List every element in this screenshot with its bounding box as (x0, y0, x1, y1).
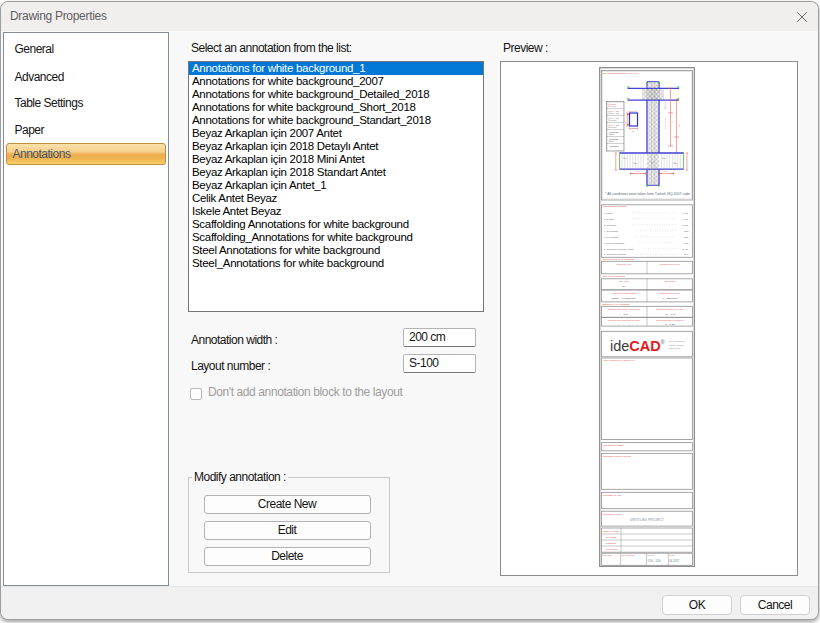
svg-text:ideCAD®: ideCAD® (610, 338, 665, 354)
svg-text:5- C.Footings: 5- C.Footings (604, 236, 619, 238)
svg-text:1/50 - 1/50: 1/50 - 1/50 (647, 559, 661, 563)
svg-text:5cm: 5cm (684, 230, 688, 232)
svg-text:ideYAPI Bilgisayar: ideYAPI Bilgisayar (669, 340, 686, 342)
svg-text:STRUCTURE PARAMETERS: STRUCTURE PARAMETERS (603, 258, 635, 261)
svg-text:04.2017: 04.2017 (669, 559, 680, 563)
svg-text:storey height: storey height (664, 117, 666, 129)
svg-text:30x50 cm: 30x50 cm (629, 110, 638, 112)
svg-text:I = 1.00: I = 1.00 (620, 313, 629, 316)
svg-text:PROJECT CONTRACTOR: PROJECT CONTRACTOR (603, 455, 632, 458)
svg-text:DATE: DATE (669, 554, 675, 556)
svg-text:SEISMIC PARAMETERS: SEISMIC PARAMETERS (603, 303, 630, 306)
svg-text:SOIL PARAMETERS: SOIL PARAMETERS (603, 275, 626, 278)
svg-text:ZGUM = 0.4q(25.GR)²: ZGUM = 0.4q(25.GR)² (612, 297, 637, 300)
svg-text:5cm: 5cm (684, 242, 688, 244)
svg-text:50 cm: 50 cm (682, 248, 688, 250)
svg-text:4Φ14 L=350: 4Φ14 L=350 (608, 124, 620, 126)
svg-text:Soil Group: Soil Group (665, 280, 677, 282)
svg-text:Bedding Coefficient: Bedding Coefficient (660, 292, 680, 294)
svg-text:Soil Type: Soil Type (619, 280, 629, 282)
svg-text:CONTROL: CONTROL (606, 542, 617, 544)
svg-text:2- Beams: 2- Beams (604, 218, 615, 220)
svg-text:Φ8/10/20: Φ8/10/20 (664, 100, 666, 109)
svg-text:5cm: 5cm (684, 236, 688, 238)
svg-text:Ao = 0.40: Ao = 0.40 (665, 313, 676, 316)
svg-text:Φ8/10/20: Φ8/10/20 (608, 105, 617, 107)
svg-text:Φ8/20: Φ8/20 (609, 140, 614, 142)
svg-text:DRAWING NO: DRAWING NO (621, 554, 635, 556)
svg-text:SCALE: SCALE (647, 554, 654, 556)
svg-text:n = 0.20: n = 0.20 (665, 323, 675, 326)
svg-text:REINFORCED CONCRETE DETAILS SC: REINFORCED CONCRETE DETAILS SCALE 1:1 (603, 72, 640, 74)
svg-text:7- Retaining Walls File Walls: 7- Retaining Walls File Walls (604, 248, 634, 250)
svg-text:ARCHITECTURAL COMPANY: ARCHITECTURAL COMPANY (603, 359, 636, 362)
svg-text:4Φ14 L=350: 4Φ14 L=350 (608, 117, 620, 119)
svg-text:1- Slabs: 1- Slabs (604, 212, 613, 214)
svg-text:Φ8 hooks: Φ8 hooks (608, 126, 617, 128)
svg-text:4Φ14 L=350: 4Φ14 L=350 (608, 110, 620, 112)
svg-text:Allowable Ground Stress: Allowable Ground Stress (611, 292, 637, 294)
svg-text:SPECIAL NOTE: SPECIAL NOTE (603, 530, 619, 532)
svg-text:DRAFTED: DRAFTED (603, 554, 613, 556)
svg-text:PROJECT OWNER: PROJECT OWNER (603, 444, 624, 447)
svg-text:Building Importance Coefficien: Building Importance Coefficient (608, 308, 640, 310)
svg-text:40 cm: 40 cm (682, 224, 688, 226)
svg-text:K = 2500 t/m³: K = 2500 t/m³ (662, 297, 677, 300)
svg-text:Effective ground acc. coeff.: Effective ground acc. coeff. (656, 308, 684, 310)
svg-text:APPROVED: APPROVED (605, 548, 618, 550)
svg-text:2Φ12 L=350: 2Φ12 L=350 (608, 112, 620, 114)
svg-text:Reinforcement Type: Reinforcement Type (660, 263, 681, 265)
svg-text:6- Raft Foundations: 6- Raft Foundations (604, 242, 625, 244)
svg-text:CHANGES: CHANGES (606, 536, 617, 538)
svg-text:3- Columns: 3- Columns (604, 224, 617, 226)
svg-text:Φ8/20: Φ8/20 (609, 133, 614, 135)
svg-text:Φ8 hooks: Φ8 hooks (608, 119, 617, 121)
svg-text:Soil participation coefficient: Soil participation coefficient (656, 319, 684, 321)
svg-text:40 cm: 40 cm (682, 218, 688, 220)
svg-text:UNTITLED PROJECT: UNTITLED PROJECT (630, 518, 664, 522)
svg-text:Destekli Tasarım: Destekli Tasarım (669, 344, 684, 346)
svg-text:40 cm: 40 cm (682, 212, 688, 214)
svg-text:PROJECT NAME: PROJECT NAME (603, 494, 622, 497)
svg-text:* All conditions were taken fr: * All conditions were taken from Turkish… (605, 192, 690, 196)
svg-text:Concrete Type: Concrete Type (617, 263, 633, 265)
svg-text:CONCRETE COVERS: CONCRETE COVERS (603, 205, 628, 208)
svg-text:Overlap Determination of Load: Overlap Determination of Load (608, 319, 640, 321)
svg-text:5cm: 5cm (684, 253, 688, 255)
svg-text:PROJECT TITLE: PROJECT TITLE (603, 513, 622, 516)
svg-text:8- Connection Beams: 8- Connection Beams (604, 253, 627, 255)
svg-text:4- S.Footings: 4- S.Footings (604, 230, 619, 232)
